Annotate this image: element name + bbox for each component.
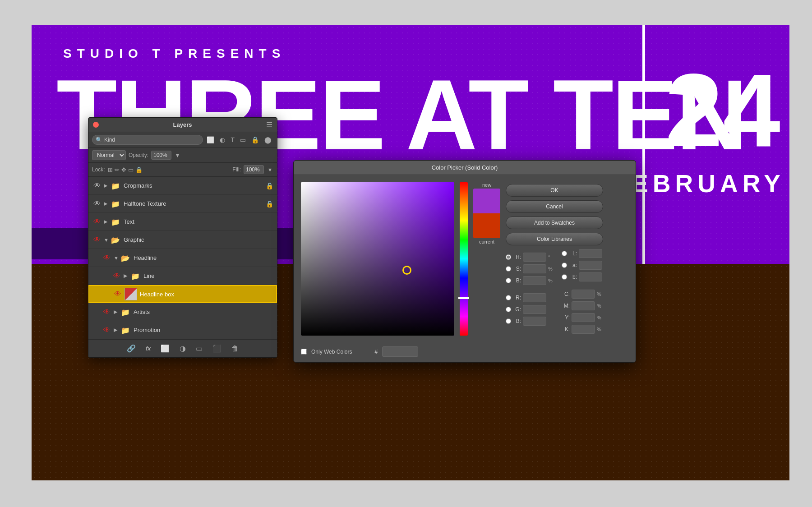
s-input[interactable]: 67	[523, 264, 546, 273]
expand-arrow[interactable]: ▶	[114, 309, 121, 315]
folder-icon: 📁	[111, 218, 121, 226]
filter-pixel-btn[interactable]: ⬜	[205, 135, 216, 144]
k-input[interactable]: 0	[572, 325, 595, 334]
cancel-button[interactable]: Cancel	[506, 200, 603, 213]
add-to-swatches-button[interactable]: Add to Swatches	[506, 217, 603, 229]
layer-name: Line	[143, 272, 273, 279]
eye-icon[interactable]: 👁	[102, 307, 112, 317]
ok-button[interactable]: OK	[506, 184, 603, 197]
layer-row[interactable]: 👁 ▼ 📂 Graphic	[88, 231, 277, 249]
r-radio[interactable]	[506, 295, 511, 300]
filter-smart-btn[interactable]: 🔒	[249, 135, 261, 144]
delete-layer-btn[interactable]: 🗑	[229, 344, 241, 354]
s-radio[interactable]	[506, 266, 511, 272]
filter-shape-btn[interactable]: ▭	[238, 135, 248, 144]
y-input[interactable]: 0	[572, 313, 595, 322]
fill-dropdown-btn[interactable]: ▾	[267, 165, 273, 174]
g-radio[interactable]	[506, 307, 511, 312]
lock-pixels-btn[interactable]: ⊞	[108, 166, 113, 173]
eye-icon[interactable]: 👁	[92, 235, 102, 245]
color-field[interactable]	[301, 182, 454, 336]
a-radio[interactable]	[562, 263, 567, 268]
blab-radio[interactable]	[562, 274, 567, 280]
b-radio[interactable]	[506, 278, 511, 283]
expand-arrow[interactable]: ▶	[124, 273, 131, 279]
cp-right-section: OK Cancel Add to Swatches Color Librarie…	[506, 182, 603, 336]
a-input[interactable]: 38	[579, 261, 602, 270]
new-layer-btn[interactable]: ⬛	[210, 343, 224, 354]
l-input[interactable]: 32	[579, 249, 602, 258]
layer-row[interactable]: 👁 ▼ 📂 Headline	[88, 249, 277, 267]
opacity-dropdown-btn[interactable]: ▾	[174, 151, 181, 160]
m-row: M: 95 %	[562, 301, 603, 310]
r-label: R:	[513, 295, 521, 301]
filter-adjust-btn[interactable]: ◐	[218, 135, 227, 144]
expand-arrow[interactable]: ▶	[104, 183, 111, 189]
c-label: C:	[562, 291, 570, 297]
eye-icon[interactable]: 👁	[112, 271, 122, 281]
c-input[interactable]: 74	[572, 290, 595, 299]
folder-icon: 📁	[121, 326, 131, 334]
g-input[interactable]: 51	[523, 305, 546, 314]
layer-row[interactable]: 👁 ▶ 📁 Line	[88, 267, 277, 285]
filter-text-btn[interactable]: T	[229, 135, 236, 144]
layer-row[interactable]: 👁 ▶ 📁 Promotion	[88, 321, 277, 339]
expand-arrow[interactable]: ▶	[104, 219, 111, 225]
layer-row[interactable]: 👁 ▶ 📁 Text	[88, 213, 277, 231]
link-layers-btn[interactable]: 🔗	[124, 343, 138, 354]
b-input[interactable]: 60	[523, 276, 546, 285]
layer-row[interactable]: 👁 ▶ 📁 Artists	[88, 303, 277, 321]
hue-strip[interactable]	[460, 182, 468, 336]
search-wrapper: 🔍	[92, 135, 203, 145]
opacity-input[interactable]	[151, 151, 171, 160]
eye-icon[interactable]: 👁	[92, 181, 102, 191]
poster-subtitle: STUDIO T PRESENTS	[63, 46, 286, 61]
headline-box-layer-row[interactable]: 👁 Headline box	[88, 285, 277, 303]
fill-input[interactable]	[244, 165, 264, 174]
hex-input[interactable]: 663399	[382, 346, 418, 357]
layer-row[interactable]: 👁 ▶ 📁 Cropmarks 🔒	[88, 177, 277, 195]
blab-row: b: -48	[562, 272, 603, 281]
add-mask-btn[interactable]: ⬜	[158, 343, 172, 354]
layers-menu-icon[interactable]: ☰	[266, 120, 272, 129]
eye-icon[interactable]: 👁	[113, 289, 123, 299]
h-input[interactable]: 270	[523, 253, 546, 262]
cp-titlebar: Color Picker (Solid Color)	[294, 161, 636, 175]
eye-icon[interactable]: 👁	[92, 217, 102, 227]
m-input[interactable]: 95	[572, 301, 595, 310]
group-btn[interactable]: ▭	[193, 343, 205, 354]
eye-icon[interactable]: 👁	[102, 325, 112, 335]
color-libraries-button[interactable]: Color Libraries	[506, 233, 603, 245]
close-button[interactable]	[93, 122, 99, 128]
filter-circle-btn[interactable]: ⬤	[263, 135, 273, 144]
lab-cmyk-values: L: 32 a: 38 b: -48	[562, 249, 603, 334]
blab-input[interactable]: -48	[579, 272, 602, 281]
h-radio[interactable]	[506, 254, 511, 260]
brgb-radio[interactable]	[506, 318, 511, 324]
eye-icon[interactable]: 👁	[92, 199, 102, 209]
folder-icon: 📂	[121, 254, 131, 262]
search-icon: 🔍	[96, 137, 102, 143]
swatch-stack	[473, 189, 500, 238]
expand-arrow[interactable]: ▶	[114, 327, 121, 333]
fx-btn[interactable]: fx	[143, 344, 154, 353]
eye-icon[interactable]: 👁	[102, 253, 112, 263]
search-input[interactable]	[92, 135, 203, 145]
lock-move-btn[interactable]: ✥	[121, 166, 126, 173]
layers-titlebar: Layers ☰	[88, 118, 277, 132]
expand-arrow[interactable]: ▶	[104, 201, 111, 207]
layer-row[interactable]: 👁 ▶ 📁 Halftone Texture 🔒	[88, 195, 277, 213]
lock-draw-btn[interactable]: ✏	[115, 166, 120, 173]
only-web-colors-checkbox[interactable]	[301, 349, 307, 355]
brgb-input[interactable]: 153	[523, 317, 546, 326]
r-input[interactable]: 102	[523, 293, 546, 302]
l-radio[interactable]	[562, 251, 567, 256]
blend-mode-select[interactable]: Normal Multiply Screen	[92, 150, 126, 160]
fill-adj-btn[interactable]: ◑	[177, 343, 189, 354]
layer-name: Text	[124, 218, 273, 225]
lock-artboards-btn[interactable]: ▭	[128, 166, 134, 173]
expand-arrow[interactable]: ▼	[104, 237, 111, 243]
folder-icon: 📁	[121, 308, 131, 316]
expand-arrow[interactable]: ▼	[114, 255, 121, 261]
lock-all-btn[interactable]: 🔒	[135, 166, 143, 173]
